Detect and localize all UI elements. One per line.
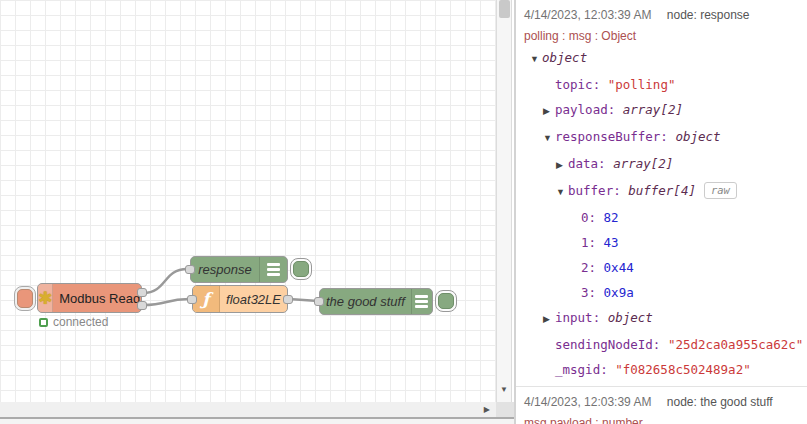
caret-down-icon[interactable]: ▼	[543, 126, 555, 151]
input-port[interactable]	[185, 265, 195, 274]
raw-button[interactable]: raw	[704, 182, 737, 199]
tree-row-buffer-2: 20x44	[524, 255, 799, 280]
node-float32le[interactable]: ƒ float32LE	[192, 285, 288, 313]
debug-message: 4/14/2023, 12:03:39 AM node: response po…	[516, 0, 807, 387]
debug-icon	[411, 289, 432, 314]
tree-row-sending-node-id: sendingNodeId"25d2ca0a955ca62c"	[524, 332, 799, 357]
node-red-editor: ✱ Modbus Read connected response ƒ float…	[0, 0, 807, 424]
output-port-2[interactable]	[137, 301, 147, 310]
modbus-node-button-fill	[17, 289, 33, 308]
horizontal-scrollbar[interactable]: ▶	[0, 402, 496, 417]
message-source-node: node: response	[667, 8, 750, 22]
message-topic: polling : msg : Object	[524, 25, 799, 45]
node-label: response	[191, 262, 259, 277]
scrollbar-corner	[496, 402, 514, 417]
node-label: the good stuff	[320, 294, 411, 309]
debug-toggle-button-good-stuff[interactable]	[435, 290, 457, 312]
caret-down-icon[interactable]: ▼	[556, 180, 568, 205]
message-timestamp: 4/14/2023, 12:03:39 AM	[524, 8, 651, 22]
debug-sidebar: 4/14/2023, 12:03:39 AM node: response po…	[514, 0, 807, 424]
json-tree: ▼object topic"polling" ▶payloadarray[2] …	[524, 45, 799, 382]
wires-layer	[0, 0, 496, 402]
tree-row-msgid: _msgid"f082658c502489a2"	[524, 357, 799, 382]
node-the-good-stuff[interactable]: the good stuff	[319, 288, 433, 315]
node-label: Modbus Read	[53, 291, 146, 306]
tree-row-input: ▶inputobject	[524, 305, 799, 332]
caret-right-icon[interactable]: ▶	[543, 307, 555, 332]
scroll-down-icon[interactable]: ▼	[497, 385, 511, 394]
caret-right-icon[interactable]: ▶	[556, 153, 568, 178]
wire-modbus-response[interactable]	[143, 269, 187, 293]
tree-row-response-buffer: ▼responseBufferobject	[524, 124, 799, 151]
output-port-1[interactable]	[137, 288, 147, 297]
vertical-scrollbar[interactable]: ▼	[496, 0, 512, 402]
tree-row-topic: topic"polling"	[524, 72, 799, 97]
node-label: float32LE	[220, 292, 287, 307]
tree-row-object: ▼object	[524, 45, 799, 72]
modbus-node-button[interactable]	[14, 286, 36, 311]
input-port[interactable]	[187, 295, 197, 304]
node-modbus-read[interactable]: ✱ Modbus Read	[37, 283, 142, 313]
status-label: connected	[53, 315, 108, 329]
scroll-right-icon[interactable]: ▶	[484, 405, 490, 414]
debug-message: 4/14/2023, 12:03:39 AM node: the good st…	[516, 387, 807, 424]
flow-canvas[interactable]: ✱ Modbus Read connected response ƒ float…	[0, 0, 496, 402]
tree-row-buffer: ▼bufferbuffer[4]raw	[524, 178, 799, 205]
message-source-node: node: the good stuff	[667, 395, 773, 409]
status-ring-icon	[39, 318, 48, 327]
caret-right-icon[interactable]: ▶	[543, 99, 555, 124]
tree-row-buffer-3: 30x9a	[524, 280, 799, 305]
message-meta: 4/14/2023, 12:03:39 AM node: response	[524, 6, 799, 25]
node-response[interactable]: response	[190, 256, 288, 283]
tree-row-payload: ▶payloadarray[2]	[524, 97, 799, 124]
debug-toggle-button-response[interactable]	[290, 258, 312, 280]
message-topic: msg.payload : number	[524, 412, 799, 424]
workspace-footer	[0, 419, 514, 424]
message-meta: 4/14/2023, 12:03:39 AM node: the good st…	[524, 393, 799, 412]
vertical-scrollbar-thumb[interactable]	[499, 0, 510, 18]
function-icon: ƒ	[193, 286, 220, 312]
input-port[interactable]	[314, 297, 324, 306]
modbus-icon: ✱	[38, 284, 53, 312]
wire-modbus-float32le[interactable]	[143, 299, 189, 305]
output-port[interactable]	[283, 295, 293, 304]
tree-row-buffer-1: 143	[524, 230, 799, 255]
node-status: connected	[39, 315, 108, 329]
caret-down-icon[interactable]: ▼	[530, 47, 542, 72]
tree-row-data: ▶dataarray[2]	[524, 151, 799, 178]
debug-icon	[259, 257, 287, 282]
message-timestamp: 4/14/2023, 12:03:39 AM	[524, 395, 651, 409]
tree-row-buffer-0: 082	[524, 205, 799, 230]
